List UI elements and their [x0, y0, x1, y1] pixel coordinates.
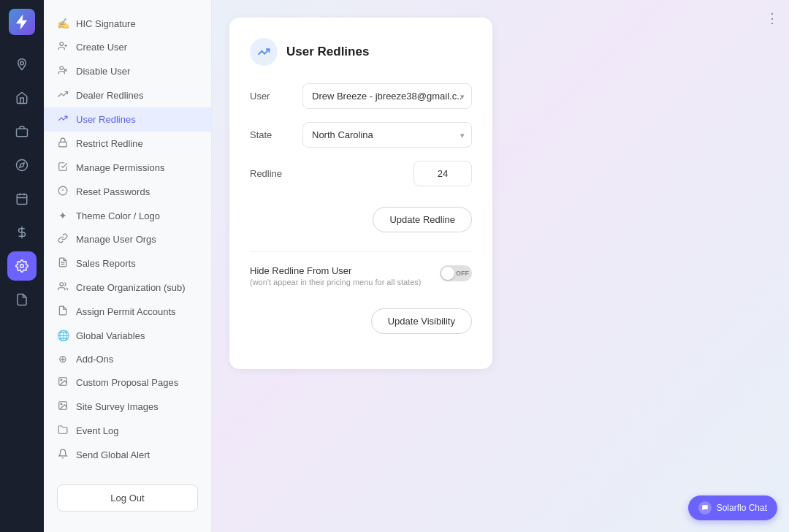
state-select[interactable]: AlabamaAlaskaArizonaArkansasCaliforniaCo… — [302, 122, 472, 148]
menu-item-create-user[interactable]: Create User — [44, 35, 211, 59]
menu-item-disable-user[interactable]: Disable User — [44, 59, 211, 83]
svg-point-2 — [17, 160, 28, 171]
hide-redline-sub-text: (won't appear in their pricing menu for … — [250, 278, 421, 286]
hide-redline-text: Hide Redline From User (won't appear in … — [250, 265, 421, 286]
update-visibility-button[interactable]: Update Visibility — [371, 308, 472, 334]
update-visibility-row: Update Visibility — [250, 301, 472, 349]
update-redline-button[interactable]: Update Redline — [373, 207, 472, 232]
svg-rect-1 — [17, 129, 28, 137]
svg-point-22 — [60, 283, 64, 286]
nav-calendar[interactable] — [7, 184, 37, 213]
nav-home[interactable] — [7, 83, 37, 113]
menu-item-global-variables[interactable]: 🌐 Global Variables — [44, 324, 211, 347]
redline-input-wrap — [302, 161, 472, 186]
menu-item-assign-permit[interactable]: Assign Permit Accounts — [44, 300, 211, 324]
restrict-redline-icon — [57, 137, 69, 150]
user-form-group: User Drew Breeze - jbreeze38@gmail.c... … — [250, 83, 472, 109]
update-redline-row: Update Redline — [250, 200, 472, 247]
menu-item-event-log[interactable]: Event Log — [44, 419, 211, 443]
svg-marker-3 — [20, 163, 24, 167]
dealer-redlines-icon — [57, 89, 69, 102]
menu-item-sales-reports[interactable]: Sales Reports — [44, 251, 211, 276]
reset-passwords-icon — [57, 186, 69, 198]
menu-item-theme-color[interactable]: ✦ Theme Color / Logo — [44, 204, 211, 227]
theme-color-icon: ✦ — [57, 210, 69, 221]
custom-proposal-icon — [57, 376, 69, 389]
card-divider — [250, 251, 472, 252]
menu-item-create-org[interactable]: Create Organization (sub) — [44, 276, 211, 300]
assign-permit-icon — [57, 305, 69, 318]
manage-permissions-icon — [57, 162, 69, 174]
card-icon — [250, 38, 278, 66]
svg-rect-16 — [59, 142, 67, 146]
menu-item-hic-signature[interactable]: ✍ HIC Signature — [44, 12, 211, 35]
hide-redline-toggle[interactable]: OFF — [440, 265, 472, 281]
svg-point-26 — [61, 403, 62, 405]
menu-item-reset-passwords[interactable]: Reset Passwords — [44, 180, 211, 204]
menu-sidebar: ✍ HIC Signature Create User Disable User… — [44, 0, 212, 532]
logout-button[interactable]: Log Out — [57, 484, 198, 512]
menu-item-dealer-redlines[interactable]: Dealer Redlines — [44, 83, 211, 107]
toggle-track[interactable]: OFF — [440, 265, 472, 281]
user-redlines-card: User Redlines User Drew Breeze - jbreeze… — [229, 18, 492, 369]
svg-rect-4 — [17, 194, 27, 205]
send-global-alert-icon — [57, 449, 69, 461]
menu-item-send-global-alert[interactable]: Send Global Alert — [44, 443, 211, 467]
nav-document[interactable] — [7, 285, 37, 314]
nav-dollar[interactable] — [7, 218, 37, 247]
menu-item-manage-permissions[interactable]: Manage Permissions — [44, 156, 211, 180]
hide-redline-section: Hide Redline From User (won't appear in … — [250, 265, 472, 286]
nav-icon-group — [7, 50, 37, 523]
hic-signature-icon: ✍ — [57, 18, 69, 29]
menu-item-site-survey[interactable]: Site Survey Images — [44, 395, 211, 419]
menu-bottom: Log Out — [44, 476, 211, 520]
sales-reports-icon — [57, 257, 69, 270]
icon-sidebar — [0, 0, 44, 532]
create-org-icon — [57, 281, 69, 294]
menu-item-manage-user-orgs[interactable]: Manage User Orgs — [44, 227, 211, 251]
card-title: User Redlines — [286, 45, 369, 59]
svg-point-13 — [60, 66, 64, 70]
svg-point-24 — [61, 379, 62, 381]
card-header: User Redlines — [250, 38, 472, 66]
chat-icon — [698, 501, 712, 514]
main-content: ⋮ User Redlines User Drew Breeze - jbree… — [212, 0, 789, 532]
menu-item-restrict-redline[interactable]: Restrict Redline — [44, 132, 211, 156]
global-variables-icon: 🌐 — [57, 330, 69, 341]
toggle-label: OFF — [456, 270, 469, 277]
user-redlines-icon — [57, 113, 69, 126]
nav-settings[interactable] — [7, 251, 37, 281]
event-log-icon — [57, 425, 69, 437]
add-ons-icon: ⊕ — [57, 353, 69, 365]
user-select[interactable]: Drew Breeze - jbreeze38@gmail.c... — [302, 83, 472, 109]
state-select-wrap: AlabamaAlaskaArizonaArkansasCaliforniaCo… — [302, 122, 472, 148]
menu-item-custom-proposal[interactable]: Custom Proposal Pages — [44, 370, 211, 395]
menu-item-user-redlines[interactable]: User Redlines — [44, 107, 211, 132]
site-survey-icon — [57, 400, 69, 413]
solarflo-chat-button[interactable]: Solarflo Chat — [688, 495, 777, 520]
app-logo[interactable] — [9, 9, 35, 35]
state-form-group: State AlabamaAlaskaArizonaArkansasCalifo… — [250, 122, 472, 148]
svg-point-9 — [20, 265, 24, 268]
redline-input[interactable] — [413, 161, 472, 186]
nav-compass[interactable] — [7, 151, 37, 180]
disable-user-icon — [57, 65, 69, 77]
create-user-icon — [57, 41, 69, 53]
svg-point-0 — [20, 61, 24, 65]
state-label: State — [250, 129, 294, 140]
chat-label: Solarflo Chat — [717, 503, 767, 513]
redline-label: Redline — [250, 168, 294, 179]
menu-item-add-ons[interactable]: ⊕ Add-Ons — [44, 347, 211, 370]
hide-redline-main-text: Hide Redline From User — [250, 265, 421, 276]
user-select-wrap: Drew Breeze - jbreeze38@gmail.c... ▾ — [302, 83, 472, 109]
user-label: User — [250, 91, 294, 102]
nav-location[interactable] — [7, 50, 37, 79]
redline-form-group: Redline — [250, 161, 472, 186]
manage-user-orgs-icon — [57, 233, 69, 246]
svg-point-10 — [60, 42, 64, 46]
more-options-button[interactable]: ⋮ — [766, 10, 779, 26]
nav-briefcase[interactable] — [7, 117, 37, 146]
